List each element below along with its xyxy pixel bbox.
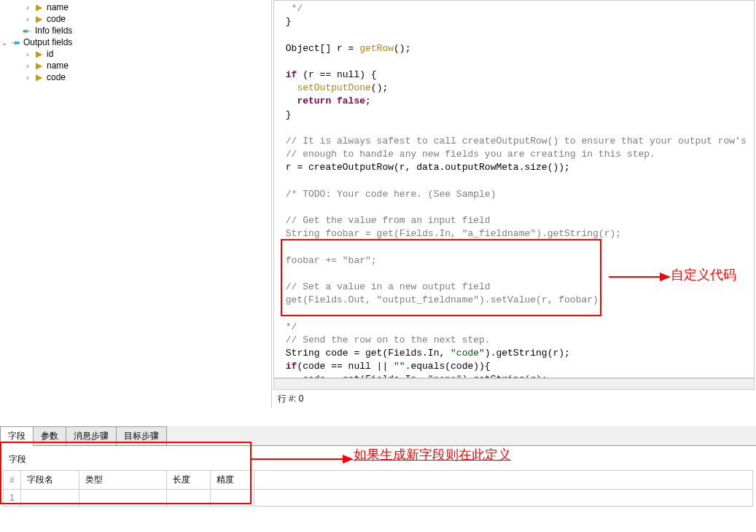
tree-label: id xyxy=(47,49,53,59)
expander-icon[interactable]: › xyxy=(23,3,32,12)
table-row[interactable]: 1 xyxy=(4,490,753,506)
bottom-section: 字段 参数 消息步骤 目标步骤 字段 # 字段名 类型 长度 精度 1 xyxy=(0,426,756,512)
header-name[interactable]: 字段名 xyxy=(20,471,79,490)
tree-item-id[interactable]: › ▶ id xyxy=(0,48,271,60)
cell-precision[interactable] xyxy=(210,490,254,506)
table-header-row: # 字段名 类型 长度 精度 xyxy=(4,471,753,490)
field-icon: ▶ xyxy=(34,60,44,71)
tab-message-steps[interactable]: 消息步骤 xyxy=(66,426,117,445)
sidebar-tree[interactable]: › ▶ name › ▶ code ⬌▫ Info fields ⌄ ▫⬌ Ou… xyxy=(0,0,272,408)
annotation-table: 如果生成新字段则在此定义 xyxy=(354,446,511,463)
expander-icon[interactable]: › xyxy=(23,61,32,70)
header-extra[interactable] xyxy=(254,471,752,490)
cell-extra[interactable] xyxy=(254,490,752,506)
horizontal-scrollbar[interactable] xyxy=(273,378,755,390)
code-editor[interactable]: */ } Object[] r = getRow(); if (r == nul… xyxy=(273,0,755,378)
header-precision[interactable]: 精度 xyxy=(210,471,254,490)
code-area: */ } Object[] r = getRow(); if (r == nul… xyxy=(272,0,756,408)
tab-params[interactable]: 参数 xyxy=(33,426,66,445)
tree-item-code[interactable]: › ▶ code xyxy=(0,13,271,25)
tree-item-info-fields[interactable]: ⬌▫ Info fields xyxy=(0,25,271,36)
output-icon: ▫⬌ xyxy=(10,37,20,47)
header-length[interactable]: 长度 xyxy=(166,471,210,490)
tab-target-steps[interactable]: 目标步骤 xyxy=(116,426,167,445)
tree-item-output-fields[interactable]: ⌄ ▫⬌ Output fields xyxy=(0,36,271,48)
field-icon: ▶ xyxy=(34,14,44,24)
tree-item-code-out[interactable]: › ▶ code xyxy=(0,71,271,83)
expander-icon[interactable]: › xyxy=(23,15,32,23)
field-table: # 字段名 类型 长度 精度 1 xyxy=(3,470,753,506)
tree-label: code xyxy=(47,14,66,24)
row-num: 1 xyxy=(4,490,21,506)
input-icon: ⬌▫ xyxy=(22,26,32,36)
tree-label: code xyxy=(47,72,66,82)
annotation-code: 自定义代码 xyxy=(671,266,736,283)
cell-name[interactable] xyxy=(20,490,79,506)
tab-bar: 字段 参数 消息步骤 目标步骤 xyxy=(0,426,756,446)
header-type[interactable]: 类型 xyxy=(79,471,166,490)
tree-label: Output fields xyxy=(23,37,72,47)
cell-length[interactable] xyxy=(166,490,210,506)
expander-icon[interactable]: ⌄ xyxy=(0,38,9,47)
field-icon: ▶ xyxy=(34,2,44,12)
tree-item-name-out[interactable]: › ▶ name xyxy=(0,60,271,71)
tree-item-name[interactable]: › ▶ name xyxy=(0,1,271,13)
expander-icon[interactable]: › xyxy=(23,73,32,82)
tree-label: name xyxy=(47,60,69,71)
expander-icon[interactable]: › xyxy=(23,50,32,58)
tab-fields[interactable]: 字段 xyxy=(0,426,34,446)
expander-icon[interactable] xyxy=(12,26,20,35)
tree-label: name xyxy=(47,2,69,12)
tree-label: Info fields xyxy=(35,26,72,36)
cell-type[interactable] xyxy=(79,490,166,506)
field-icon: ▶ xyxy=(34,72,44,82)
header-num[interactable]: # xyxy=(4,471,21,490)
field-icon: ▶ xyxy=(34,49,44,59)
line-info: 行 #: 0 xyxy=(272,390,756,408)
